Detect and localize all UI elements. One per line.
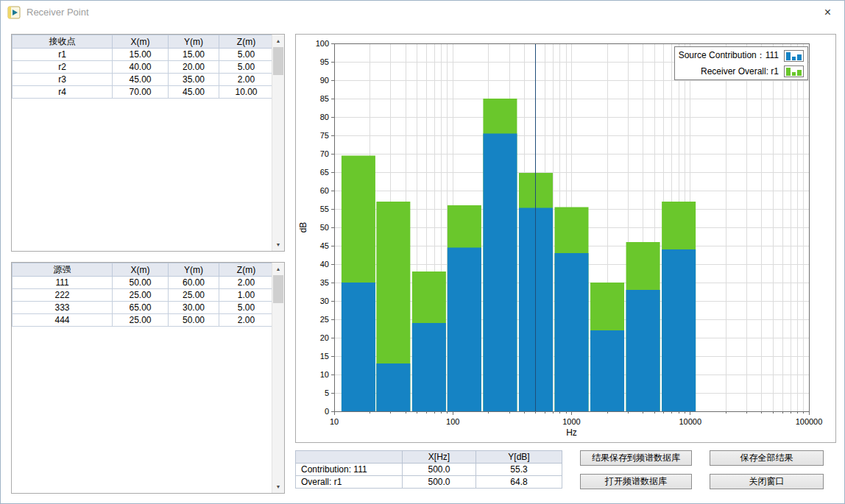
table-cell: 500.0	[403, 464, 476, 476]
table-cell[interactable]: 30.00	[169, 302, 219, 314]
receiver-table-scrollbar[interactable]: ▲ ▼	[272, 35, 284, 251]
svg-text:90: 90	[320, 76, 329, 85]
table-cell[interactable]: 25.00	[113, 289, 169, 302]
table-cell[interactable]: 333	[13, 302, 113, 314]
contribution-bar[interactable]	[376, 363, 410, 411]
table-cell[interactable]: r2	[13, 61, 113, 74]
contribution-bar[interactable]	[626, 290, 660, 411]
svg-text:10000: 10000	[679, 417, 701, 426]
table-cell[interactable]: 25.00	[169, 289, 219, 302]
column-header-ydb: Y[dB]	[476, 451, 562, 464]
table-cell: Contribution: 111	[296, 464, 403, 476]
table-cell[interactable]: 35.00	[169, 74, 219, 86]
glyph-bar	[786, 68, 791, 76]
table-row: 22225.0025.001.00	[13, 289, 274, 302]
svg-text:15: 15	[320, 352, 329, 361]
table-cell[interactable]: 65.00	[113, 302, 169, 314]
save-all-results-button[interactable]: 保存全部结果	[710, 450, 824, 466]
glyph-bar	[792, 57, 796, 60]
column-header-xhz: X[Hz]	[403, 451, 476, 464]
scroll-up-button[interactable]: ▲	[272, 263, 284, 275]
source-table-scrollbar[interactable]: ▲ ▼	[272, 263, 284, 493]
scrollbar-thumb[interactable]	[273, 47, 283, 75]
contribution-bar[interactable]	[342, 283, 375, 411]
spectrum-bars	[342, 99, 696, 411]
table-cell[interactable]: 222	[13, 289, 113, 302]
scroll-up-button[interactable]: ▲	[272, 35, 284, 47]
table-cell[interactable]: 5.00	[219, 61, 274, 74]
column-header-x: X(m)	[113, 35, 169, 49]
table-cell[interactable]: 45.00	[113, 74, 169, 86]
scroll-down-button[interactable]: ▼	[272, 480, 284, 493]
glyph-bar	[792, 72, 796, 76]
contribution-bar[interactable]	[590, 330, 624, 411]
table-row: r470.0045.0010.00	[13, 86, 274, 99]
table-cell[interactable]: 45.00	[169, 86, 219, 99]
receiver-point-window: Receiver Point × 接收点 X(m) Y(m) Z(m) r115…	[0, 0, 845, 504]
table-cell[interactable]: 5.00	[219, 302, 274, 314]
table-cell[interactable]: 15.00	[113, 49, 169, 61]
svg-text:95: 95	[320, 57, 329, 66]
bar-plot-icon	[784, 50, 804, 62]
table-cell[interactable]: 5.00	[219, 49, 274, 61]
glyph-bar	[797, 70, 802, 76]
table-cell[interactable]: 1.00	[219, 289, 274, 302]
open-spectrum-db-button[interactable]: 打开频谱数据库	[580, 474, 692, 489]
table-cell[interactable]: 2.00	[219, 74, 274, 86]
table-cell[interactable]: 2.00	[219, 314, 274, 327]
svg-text:30: 30	[320, 297, 329, 305]
table-cell[interactable]: 70.00	[113, 86, 169, 99]
table-cell[interactable]: 50.00	[113, 277, 169, 289]
legend-item-contribution[interactable]: Source Contribution：111	[679, 49, 804, 62]
bar-plot-icon	[784, 65, 804, 77]
column-header-z: Z(m)	[219, 35, 274, 49]
svg-text:100000: 100000	[796, 417, 823, 426]
scrollbar-thumb[interactable]	[273, 275, 283, 303]
source-table: 源强 X(m) Y(m) Z(m) 11150.0060.002.0022225…	[12, 263, 274, 327]
title-bar[interactable]: Receiver Point ×	[1, 1, 844, 24]
table-cell[interactable]: 15.00	[169, 49, 219, 61]
receiver-table: 接收点 X(m) Y(m) Z(m) r115.0015.005.00r240.…	[12, 35, 274, 99]
svg-text:20: 20	[320, 333, 329, 342]
table-cell[interactable]: 40.00	[113, 61, 169, 74]
save-to-spectrum-db-button[interactable]: 结果保存到频谱数据库	[580, 450, 692, 466]
contribution-bar[interactable]	[483, 134, 517, 412]
contribution-bar[interactable]	[448, 248, 481, 412]
table-row: r115.0015.005.00	[13, 49, 274, 61]
svg-text:45: 45	[320, 241, 329, 250]
svg-text:80: 80	[320, 113, 329, 121]
table-cell[interactable]: 25.00	[113, 314, 169, 327]
svg-text:85: 85	[320, 94, 329, 103]
table-cell[interactable]: 2.00	[219, 277, 274, 289]
svg-text:1000: 1000	[562, 417, 580, 426]
table-header-row: 接收点 X(m) Y(m) Z(m)	[13, 35, 274, 49]
table-cell[interactable]: 444	[13, 314, 113, 327]
close-window-button[interactable]: 关闭窗口	[710, 474, 824, 489]
contribution-bar[interactable]	[662, 249, 696, 411]
labview-app-icon	[7, 6, 21, 19]
spectrum-chart[interactable]: 0510152025303540455055606570758085909510…	[296, 35, 835, 442]
scroll-down-button[interactable]: ▼	[272, 238, 284, 251]
table-cell[interactable]: r3	[13, 74, 113, 86]
table-cell[interactable]: 50.00	[169, 314, 219, 327]
column-header-blank	[296, 451, 403, 464]
column-header-z: Z(m)	[219, 263, 274, 277]
table-row: Overall: r1500.064.8	[296, 476, 562, 489]
svg-text:40: 40	[320, 260, 329, 269]
table-cell[interactable]: 111	[13, 277, 113, 289]
table-cell[interactable]: r1	[13, 49, 113, 61]
table-cell: 500.0	[403, 476, 476, 489]
legend-item-overall[interactable]: Receiver Overall: r1	[679, 65, 804, 77]
table-cell[interactable]: 20.00	[169, 61, 219, 74]
icon-accent	[8, 7, 11, 18]
table-cell[interactable]: 10.00	[219, 86, 274, 99]
table-cell[interactable]: 60.00	[169, 277, 219, 289]
source-table-panel: 源强 X(m) Y(m) Z(m) 11150.0060.002.0022225…	[11, 262, 285, 494]
cursor-readout-table: X[Hz] Y[dB] Contribution: 111500.055.3Ov…	[295, 450, 562, 489]
column-header-source: 源强	[13, 263, 113, 277]
glyph-bar	[797, 54, 802, 60]
close-button[interactable]: ×	[811, 1, 844, 24]
table-cell[interactable]: r4	[13, 86, 113, 99]
contribution-bar[interactable]	[412, 323, 446, 411]
contribution-bar[interactable]	[555, 253, 589, 411]
